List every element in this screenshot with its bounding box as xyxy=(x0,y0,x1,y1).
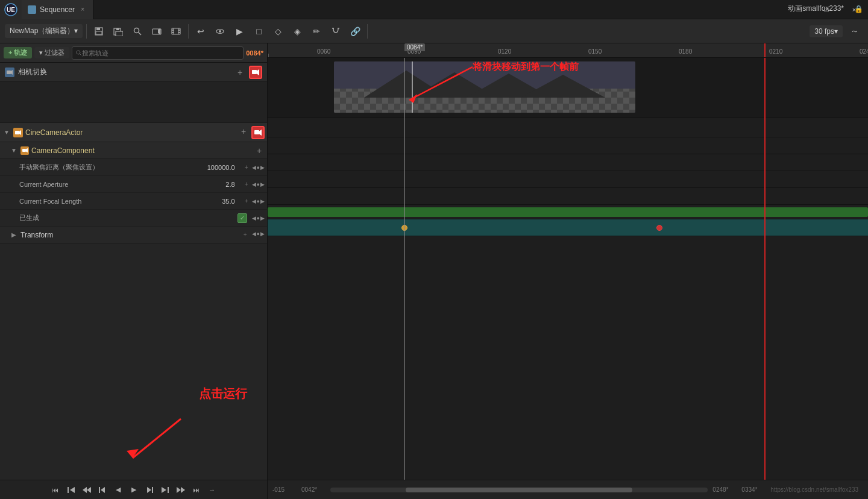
save-all-btn[interactable] xyxy=(110,23,127,40)
add-key-aperture[interactable]: ● xyxy=(257,181,260,187)
eye-btn[interactable] xyxy=(212,23,228,40)
svg-marker-58 xyxy=(162,487,166,493)
transform-add-button[interactable]: + xyxy=(241,231,250,239)
svg-marker-52 xyxy=(87,487,91,493)
svg-marker-50 xyxy=(70,487,75,493)
play-reverse-btn[interactable]: ◀ xyxy=(112,483,125,497)
chain-btn[interactable]: 🔗 xyxy=(347,23,363,40)
play-btn[interactable]: ▶ xyxy=(231,23,248,40)
step-forward-btn[interactable] xyxy=(159,483,172,497)
ruler-mark-0180: 0180 xyxy=(679,48,692,55)
film-btn[interactable] xyxy=(168,23,184,40)
next-key-focal[interactable]: ▶ xyxy=(260,198,265,204)
svg-rect-4 xyxy=(96,31,102,34)
fps-selector[interactable]: 30 fps▾ xyxy=(810,25,843,37)
box-btn[interactable]: □ xyxy=(250,23,267,40)
svg-line-9 xyxy=(139,32,142,35)
prop-add-keyframe-focus[interactable]: + xyxy=(242,163,251,172)
timeline-scrollbar-thumb[interactable] xyxy=(406,488,632,492)
go-to-end-btn[interactable]: ⏭ xyxy=(190,483,203,497)
add-track-button[interactable]: + 轨迹 xyxy=(4,47,32,58)
save-current-btn[interactable] xyxy=(90,23,107,40)
newmap-button[interactable]: NewMap（编辑器）▾ xyxy=(5,24,83,38)
scroll-end-right-counter: 0334* xyxy=(741,486,766,493)
prev-key-generated[interactable]: ◀ xyxy=(252,215,256,221)
play-forward-btn[interactable]: ▶ xyxy=(127,483,140,497)
next-key-aperture[interactable]: ▶ xyxy=(260,181,265,187)
add-track-label: + 轨迹 xyxy=(8,48,27,57)
scroll-end-left-counter: 0248* xyxy=(712,486,737,493)
filter-label: 过滤器 xyxy=(45,48,64,57)
maximize-button[interactable]: □ xyxy=(813,0,840,19)
next-key-btn[interactable] xyxy=(143,483,156,497)
close-button[interactable]: × xyxy=(840,0,868,19)
keyframe-red[interactable] xyxy=(656,225,662,231)
cine-camera-add-button[interactable]: + xyxy=(238,126,249,137)
svg-marker-32 xyxy=(259,130,262,136)
add-key-focus[interactable]: ● xyxy=(257,165,260,171)
camera-component-add-button[interactable]: + xyxy=(254,145,265,156)
add-key-generated[interactable]: ● xyxy=(257,215,260,221)
search-btn[interactable] xyxy=(129,23,146,40)
cine-camera-camera-button[interactable] xyxy=(251,126,265,139)
filter-button[interactable]: ▾ 过滤器 xyxy=(34,47,69,58)
prev-key-focus[interactable]: ◀ xyxy=(252,165,256,171)
ruler-mark-0150: 0150 xyxy=(588,48,602,55)
prev-key-btn[interactable] xyxy=(96,483,109,497)
prop-add-keyframe-aperture[interactable]: + xyxy=(242,180,251,189)
camera-component-expand-arrow[interactable]: ▼ xyxy=(10,146,18,155)
prev-key-focal[interactable]: ◀ xyxy=(252,198,256,204)
camera-btn[interactable] xyxy=(148,23,165,40)
sequencer-tab[interactable]: Sequencer × xyxy=(22,0,93,19)
camera-cut-camera-button[interactable] xyxy=(249,66,262,79)
search-input[interactable] xyxy=(82,49,239,57)
svg-rect-17 xyxy=(178,30,180,31)
jump-forward-btn[interactable] xyxy=(174,483,187,497)
toolbar-right: 30 fps▾ ～ xyxy=(810,23,863,40)
curve-btn[interactable]: ～ xyxy=(846,23,863,40)
search-box[interactable] xyxy=(72,46,244,60)
cine-camera-icon xyxy=(13,128,23,137)
pen-btn[interactable]: ✏ xyxy=(308,23,325,40)
cine-camera-title: CineCameraActor xyxy=(25,128,83,137)
diamond-btn[interactable]: ◇ xyxy=(269,23,286,40)
prev-key-aperture[interactable]: ◀ xyxy=(252,181,256,187)
magnet-btn[interactable] xyxy=(327,23,344,40)
next-key-generated[interactable]: ▶ xyxy=(260,215,265,221)
next-key-transform[interactable]: ▶ xyxy=(260,231,265,239)
svg-rect-51 xyxy=(68,487,69,493)
timeline-scrollbar-track[interactable] xyxy=(330,488,708,492)
add-key-focal[interactable]: ● xyxy=(257,198,260,204)
loop-btn[interactable]: → xyxy=(206,483,219,497)
prev-key-transform[interactable]: ◀ xyxy=(252,231,256,239)
camera-cut-icon xyxy=(5,67,14,77)
svg-marker-56 xyxy=(147,487,151,493)
svg-rect-15 xyxy=(172,30,174,31)
prop-name-generated: 已生成 xyxy=(19,213,235,222)
camera-cut-add-button[interactable]: + xyxy=(234,67,245,78)
camera-component-header: ▼ CameraComponent + xyxy=(0,142,267,159)
jump-back-btn[interactable] xyxy=(80,483,93,497)
titlebar: UE Sequencer × 动画smallfox233* 🔒 − □ × xyxy=(0,0,868,19)
next-key-focus[interactable]: ▶ xyxy=(260,165,265,171)
add-key-transform[interactable]: ● xyxy=(257,231,260,239)
go-to-start-btn[interactable]: ⏮ xyxy=(49,483,62,497)
generated-green-bar xyxy=(268,207,868,217)
focal-length-timeline-track xyxy=(268,188,868,205)
diamond-fill-btn[interactable]: ◈ xyxy=(289,23,306,40)
prop-checkbox-generated[interactable]: ✓ xyxy=(237,213,247,223)
cine-camera-expand-arrow[interactable]: ▼ xyxy=(2,128,11,137)
svg-marker-54 xyxy=(101,487,105,493)
minimize-button[interactable]: − xyxy=(785,0,813,19)
keyframe-nav-focal: ◀ ● ▶ xyxy=(252,198,265,204)
prop-value-aperture: 2.8 xyxy=(204,181,240,188)
transform-expand-arrow[interactable]: ▶ xyxy=(10,231,18,239)
undo-btn[interactable]: ↩ xyxy=(192,23,209,40)
track-toolbar: + 轨迹 ▾ 过滤器 0084* xyxy=(0,43,267,63)
main-area: + 轨迹 ▾ 过滤器 0084* 相机切换 + xyxy=(0,43,868,480)
camera-component-icon xyxy=(20,146,29,155)
prop-add-keyframe-focal[interactable]: + xyxy=(242,197,251,206)
sequencer-tab-close[interactable]: × xyxy=(78,5,87,14)
prop-name-focus-distance: 手动聚焦距离（聚焦设置） xyxy=(19,163,201,172)
step-back-btn[interactable] xyxy=(64,483,78,497)
